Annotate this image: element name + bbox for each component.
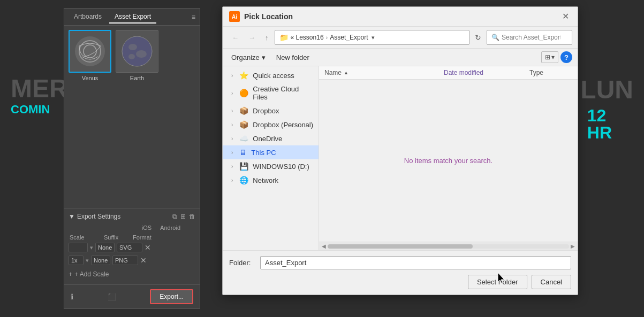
scale-row-png: ▾ PNG SVG PDF ✕ bbox=[69, 256, 195, 265]
dialog-actions: Select Folder Cancel bbox=[229, 275, 571, 289]
col-type[interactable]: Type bbox=[529, 69, 572, 76]
scale-input-svg[interactable] bbox=[69, 243, 88, 252]
col-name[interactable]: Name ▲ bbox=[324, 69, 444, 76]
sort-chevron: ▲ bbox=[344, 70, 348, 75]
dropbox-icon: 📦 bbox=[239, 106, 248, 115]
breadcrumb-chevron: › bbox=[326, 34, 328, 41]
thumb-box-venus bbox=[69, 30, 111, 73]
onedrive-chevron: › bbox=[231, 136, 233, 142]
thumbnail-earth[interactable]: Earth bbox=[116, 30, 158, 81]
format-select-svg[interactable]: SVG PNG PDF bbox=[117, 243, 142, 252]
sidebar-item-windows10[interactable]: › 💾 WINDOWS10 (D:) bbox=[223, 159, 319, 173]
add-scale-label: + Add Scale bbox=[74, 270, 109, 278]
sidebar-label-dropbox: Dropbox bbox=[253, 107, 279, 115]
quick-access-icon: ⭐ bbox=[239, 71, 248, 80]
export-settings-header: ▼ Export Settings ⧉ ⊞ 🗑 bbox=[69, 213, 195, 220]
format-select-png[interactable]: PNG SVG PDF bbox=[112, 256, 138, 265]
this-pc-chevron: › bbox=[231, 150, 233, 156]
duplicate-icon[interactable]: ⊞ bbox=[180, 213, 186, 220]
copy-icon[interactable]: ⧉ bbox=[172, 213, 177, 220]
scale-input-png[interactable] bbox=[69, 256, 84, 265]
format-col-header: Format bbox=[133, 234, 160, 241]
suffix-input-png[interactable] bbox=[91, 256, 110, 265]
tab-asset-export[interactable]: Asset Export bbox=[109, 11, 156, 24]
delete-icon[interactable]: 🗑 bbox=[189, 213, 195, 220]
export-button[interactable]: Export... bbox=[150, 289, 193, 304]
col-name-label: Name bbox=[324, 69, 342, 76]
breadcrumb-prefix: « Lesson16 bbox=[291, 34, 324, 41]
organize-dropdown-icon: ▾ bbox=[262, 53, 266, 61]
thumb-label-venus: Venus bbox=[82, 75, 99, 81]
dialog-close-button[interactable]: ✕ bbox=[560, 11, 571, 22]
thumb-box-earth bbox=[116, 30, 158, 73]
scrollbar-thumb[interactable] bbox=[328, 244, 473, 249]
pick-location-dialog: Ai Pick Location ✕ ← → ↑ 📁 « Lesson16 › … bbox=[222, 6, 578, 295]
sidebar-item-onedrive[interactable]: › ☁️ OneDrive bbox=[223, 132, 319, 145]
suffix-input-svg[interactable] bbox=[95, 243, 115, 252]
remove-row-svg[interactable]: ✕ bbox=[145, 244, 151, 251]
ai-logo: Ai bbox=[229, 11, 240, 22]
network-icon: 🌐 bbox=[239, 176, 248, 184]
cancel-button[interactable]: Cancel bbox=[532, 275, 571, 289]
panel-footer: ℹ ⬛ Export... bbox=[64, 284, 200, 308]
breadcrumb-bar: 📁 « Lesson16 › Asset_Export ▾ bbox=[275, 30, 470, 45]
new-folder-button[interactable]: New folder bbox=[273, 52, 313, 63]
sidebar-label-this-pc: This PC bbox=[251, 149, 276, 157]
bg-text-left: MER COMIN bbox=[0, 75, 68, 116]
col-date-modified[interactable]: Date modified bbox=[444, 69, 529, 76]
refresh-button[interactable]: ↻ bbox=[472, 32, 484, 43]
dropbox-chevron: › bbox=[231, 108, 233, 114]
folder-input[interactable] bbox=[260, 256, 571, 269]
add-scale-button[interactable]: + + Add Scale bbox=[69, 268, 195, 280]
sidebar-item-this-pc[interactable]: › 🖥 This PC bbox=[223, 145, 319, 159]
onedrive-icon: ☁️ bbox=[239, 134, 248, 143]
scale-dropdown-svg[interactable]: ▾ bbox=[90, 244, 93, 251]
scroll-left-arrow[interactable]: ◀ bbox=[320, 243, 328, 249]
export-settings-label: Export Settings bbox=[77, 213, 120, 220]
add-scale-icon: + bbox=[69, 270, 72, 278]
up-button[interactable]: ↑ bbox=[261, 32, 272, 44]
breadcrumb-dropdown-icon[interactable]: ▾ bbox=[372, 34, 375, 41]
sidebar-item-quick-access[interactable]: › ⭐ Quick access bbox=[223, 68, 319, 82]
dropbox-personal-chevron: › bbox=[231, 122, 233, 128]
remove-row-png[interactable]: ✕ bbox=[140, 257, 147, 264]
dialog-nav: ← → ↑ 📁 « Lesson16 › Asset_Export ▾ ↻ 🔍 bbox=[223, 27, 578, 49]
scale-row-svg: ▾ SVG PNG PDF ✕ bbox=[69, 243, 195, 252]
folder-icon: 📁 bbox=[279, 33, 289, 42]
search-icon: 🔍 bbox=[491, 34, 499, 41]
thumbnail-venus[interactable]: Venus bbox=[69, 30, 111, 81]
help-button[interactable]: ? bbox=[560, 51, 572, 63]
sidebar-label-windows10: WINDOWS10 (D:) bbox=[253, 163, 309, 171]
sidebar-item-dropbox[interactable]: › 📦 Dropbox bbox=[223, 104, 319, 118]
quick-access-chevron: › bbox=[231, 73, 233, 79]
sidebar-label-onedrive: OneDrive bbox=[253, 135, 282, 143]
panel-menu-icon[interactable]: ≡ bbox=[192, 13, 195, 21]
svg-point-5 bbox=[136, 50, 147, 58]
sidebar-item-dropbox-personal[interactable]: › 📦 Dropbox (Personal) bbox=[223, 118, 319, 132]
view-button[interactable]: ⊞ ▾ bbox=[541, 51, 558, 63]
scrollbar-track[interactable] bbox=[328, 244, 569, 249]
content-area: No items match your search. bbox=[319, 80, 578, 242]
svg-point-6 bbox=[128, 54, 135, 59]
android-label: Android bbox=[160, 225, 180, 231]
view-grid-icon: ⊞ bbox=[545, 53, 550, 61]
collapse-icon[interactable]: ▼ bbox=[69, 213, 75, 220]
search-bar: 🔍 bbox=[487, 30, 572, 45]
scale-dropdown-png[interactable]: ▾ bbox=[86, 257, 89, 264]
forward-button[interactable]: → bbox=[245, 32, 259, 44]
dialog-scrollbar[interactable]: ◀ ▶ bbox=[319, 242, 578, 250]
info-icon[interactable]: ℹ bbox=[71, 292, 73, 301]
sidebar-item-network[interactable]: › 🌐 Network bbox=[223, 173, 319, 187]
dialog-sidebar: › ⭐ Quick access › 🟠 Creative Cloud File… bbox=[223, 66, 319, 250]
ios-label: iOS bbox=[142, 225, 151, 231]
search-input[interactable] bbox=[502, 34, 560, 41]
back-button[interactable]: ← bbox=[228, 32, 243, 44]
dialog-main: Name ▲ Date modified Type No items match… bbox=[319, 66, 578, 250]
creative-cloud-icon: 🟠 bbox=[239, 89, 248, 97]
select-folder-button[interactable]: Select Folder bbox=[468, 275, 527, 289]
tab-artboards[interactable]: Artboards bbox=[69, 11, 107, 24]
organize-button[interactable]: Organize ▾ bbox=[228, 52, 269, 63]
sidebar-item-creative-cloud[interactable]: › 🟠 Creative Cloud Files bbox=[223, 82, 319, 104]
folder-row: Folder: bbox=[229, 256, 571, 269]
scroll-right-arrow[interactable]: ▶ bbox=[569, 243, 577, 249]
